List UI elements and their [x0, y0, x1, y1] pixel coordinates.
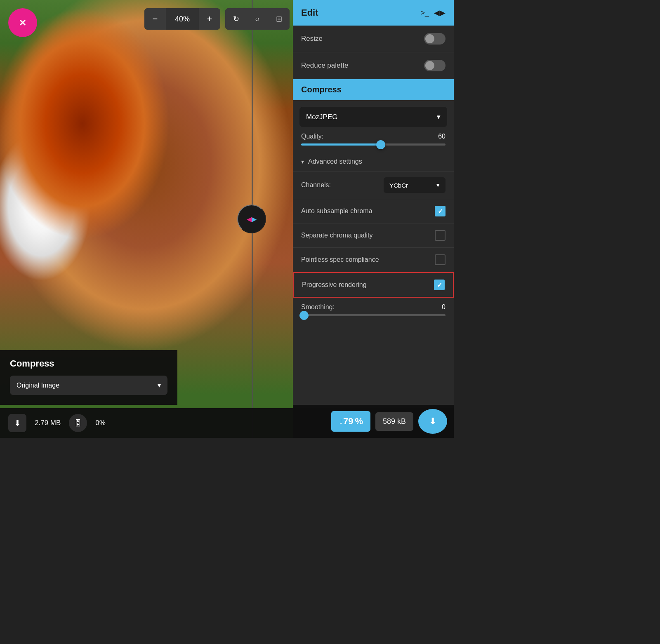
original-image-label: Original Image	[16, 382, 59, 389]
smoothing-slider-container	[293, 313, 454, 323]
advanced-settings-toggle[interactable]: ▾ Advanced settings	[293, 152, 454, 172]
resize-toggle[interactable]	[424, 33, 446, 45]
edit-title: Edit	[301, 7, 318, 18]
dropdown-arrow-icon: ▾	[158, 381, 161, 389]
progressive-rendering-checkbox[interactable]	[434, 280, 445, 290]
grid-view-button[interactable]: ⊟	[268, 8, 290, 30]
download-stat-icon: ⬇	[8, 414, 26, 432]
bottom-compress-panel: Compress Original Image ▾	[0, 350, 177, 405]
arrow-nav-icon: ◀▶	[434, 9, 446, 17]
zoom-in-button[interactable]: +	[199, 8, 220, 30]
compress-section-title: Compress	[301, 85, 342, 94]
auto-subsample-label: Auto subsample chroma	[301, 207, 372, 215]
save-icon: ⬇	[429, 416, 436, 427]
separate-chroma-row: Separate chroma quality	[293, 223, 454, 248]
edit-header-icons: >_ ◀▶	[420, 8, 446, 17]
reduce-palette-label: Reduce palette	[301, 61, 348, 70]
smoothing-label: Smoothing:	[301, 303, 335, 311]
channels-value: YCbCr	[389, 182, 408, 189]
close-icon: ×	[19, 16, 26, 29]
separate-chroma-label: Separate chroma quality	[301, 232, 372, 239]
compression-unit: %	[355, 416, 363, 427]
quality-value: 60	[438, 133, 446, 140]
compression-badge: ↓79 %	[331, 411, 370, 432]
progressive-rendering-row: Progressive rendering	[293, 272, 454, 298]
close-button[interactable]: ×	[8, 8, 37, 37]
circle-view-button[interactable]: ○	[247, 8, 268, 30]
quality-slider-container	[293, 142, 454, 152]
compare-handle-button[interactable]: ◀ ▶	[237, 204, 266, 233]
codec-dropdown[interactable]: MozJPEG ▾	[299, 107, 447, 127]
zoom-out-button[interactable]: −	[144, 8, 166, 30]
smoothing-row: Smoothing: 0	[293, 298, 454, 313]
zoom-value-display: 40%	[166, 8, 199, 30]
compress-percent-stat: 0%	[95, 419, 106, 427]
compress-section-header: Compress	[293, 79, 454, 100]
smoothing-slider-track[interactable]	[301, 314, 446, 316]
channels-dropdown[interactable]: YCbCr ▾	[384, 177, 446, 193]
auto-subsample-row: Auto subsample chroma	[293, 199, 454, 223]
resize-row: Resize	[293, 26, 454, 52]
view-controls: ↻ ○ ⊟	[225, 8, 290, 30]
pointless-spec-label: Pointless spec compliance	[301, 256, 379, 263]
channels-chevron-icon: ▾	[436, 181, 440, 189]
compression-percent: ↓79	[339, 416, 353, 427]
smoothing-value: 0	[442, 303, 446, 311]
top-toolbar: − 40% + ↻ ○ ⊟	[144, 8, 290, 30]
file-size-badge: 589 kB	[375, 412, 413, 431]
compress-stat-icon: 🎛	[69, 414, 87, 432]
quality-slider-thumb[interactable]	[376, 140, 385, 149]
quality-label: Quality:	[301, 133, 323, 140]
progressive-rendering-label: Progressive rendering	[302, 281, 367, 289]
edit-header: Edit >_ ◀▶	[293, 0, 454, 26]
code-icon-button[interactable]: >_	[420, 9, 429, 17]
code-icon: >_	[420, 9, 429, 17]
advanced-settings-label: Advanced settings	[308, 158, 362, 165]
reduce-palette-toggle[interactable]	[424, 60, 446, 71]
arrow-icon-button[interactable]: ◀▶	[434, 8, 446, 17]
channels-row: Channels: YCbCr ▾	[293, 172, 454, 199]
file-size-stat: 2.79 MB	[35, 419, 61, 427]
resize-label: Resize	[301, 35, 323, 43]
advanced-chevron-icon: ▾	[301, 158, 304, 165]
original-image-dropdown[interactable]: Original Image ▾	[10, 376, 167, 395]
channels-label: Channels:	[301, 181, 331, 189]
quality-slider-track[interactable]	[301, 143, 446, 146]
compress-panel-title: Compress	[10, 358, 167, 369]
zoom-controls: − 40% +	[144, 8, 220, 30]
rotate-button[interactable]: ↻	[225, 8, 247, 30]
smoothing-slider-thumb[interactable]	[299, 311, 309, 320]
bottom-right-actions: ↓79 % 589 kB ⬇	[293, 405, 454, 438]
pointless-spec-row: Pointless spec compliance	[293, 248, 454, 272]
codec-label: MozJPEG	[306, 113, 338, 121]
right-panel: Edit >_ ◀▶ Resize Reduce palette Compres…	[293, 0, 454, 438]
codec-chevron-icon: ▾	[437, 113, 441, 121]
auto-subsample-checkbox[interactable]	[435, 206, 446, 216]
save-button[interactable]: ⬇	[418, 409, 447, 434]
reduce-palette-row: Reduce palette	[293, 52, 454, 79]
separate-chroma-checkbox[interactable]	[435, 230, 446, 241]
quality-row: Quality: 60	[293, 127, 454, 142]
pointless-spec-checkbox[interactable]	[435, 254, 446, 265]
